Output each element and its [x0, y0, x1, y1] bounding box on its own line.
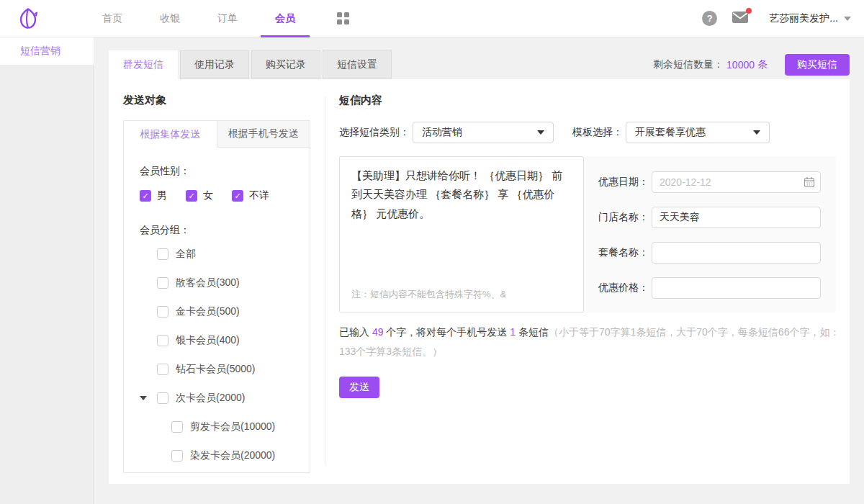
checkbox-icon[interactable] [157, 364, 168, 375]
gender-options: 男 女 不详 [140, 189, 310, 202]
tab-purchase-records[interactable]: 购买记录 [251, 50, 320, 79]
gender-label: 会员性别： [140, 165, 310, 178]
checkbox-icon[interactable] [171, 421, 183, 433]
messages-icon[interactable] [732, 11, 749, 27]
field-label: 优惠日期： [584, 176, 649, 189]
message-count: 1 [510, 326, 516, 338]
char-counter: 已输入 49 个字，将对每个手机号发送 1 条短信（小于等于70字算1条短信，大… [339, 323, 843, 361]
sms-content-title: 短信内容 [339, 94, 836, 107]
tree-item-label: 金卡会员(500) [176, 305, 240, 318]
checkbox-checked-icon[interactable] [140, 190, 151, 202]
nav-item-members[interactable]: 会员 [256, 0, 314, 37]
counter-prefix: 已输入 [339, 326, 372, 338]
send-target-title: 发送对象 [123, 94, 310, 107]
send-button[interactable]: 发送 [339, 377, 379, 398]
remaining-label: 剩余短信数量： [653, 58, 724, 71]
sidebar-item-sms-marketing[interactable]: 短信营销 [0, 37, 94, 65]
field-label: 门店名称： [584, 211, 649, 224]
category-label: 选择短信类别： [339, 126, 410, 139]
sms-message-box[interactable]: 【美助理】只想讲给你听！ ｛优惠日期｝ 前到天天美容办理 ｛套餐名称｝ 享 ｛优… [339, 156, 584, 312]
char-count: 49 [372, 326, 384, 338]
expand-caret-icon[interactable] [140, 396, 147, 400]
main-nav: 首页 收银 订单 会员 [84, 0, 314, 37]
apps-grid-icon[interactable] [337, 12, 349, 24]
tree-item-label: 染发卡会员(20000) [190, 449, 275, 462]
sidebar: 短信营销 [0, 37, 94, 504]
template-select[interactable]: 开展套餐享优惠 [626, 122, 770, 143]
tree-item-haircut-card[interactable]: 剪发卡会员(10000) [140, 413, 310, 441]
gender-option-label: 女 [203, 189, 213, 202]
nav-item-orders[interactable]: 订单 [199, 0, 256, 37]
sms-selectors: 选择短信类别： 活动营销 模板选择： 开展套餐享优惠 [339, 122, 836, 143]
template-fields-panel: 优惠日期： [584, 156, 836, 312]
category-select[interactable]: 活动营销 [413, 122, 554, 143]
member-group-tree: 全部 散客会员(300) 金卡会员(500) [140, 240, 310, 470]
checkbox-checked-icon[interactable] [232, 190, 243, 202]
tree-item-all[interactable]: 全部 [140, 240, 310, 269]
gender-option-label: 男 [157, 189, 167, 202]
template-label: 模板选择： [572, 126, 623, 139]
nav-item-home[interactable]: 首页 [84, 0, 141, 37]
account-name[interactable]: 艺莎丽美发护... [769, 12, 838, 25]
tree-item-times-card[interactable]: 次卡会员(2000) [140, 384, 310, 413]
store-name-input[interactable] [652, 207, 821, 228]
field-row-price: 优惠价格： [584, 277, 836, 299]
tab-send-by-group[interactable]: 根据集体发送 [124, 121, 217, 148]
send-target-form: 会员性别： 男 女 不详 [124, 165, 310, 470]
checkbox-checked-icon[interactable] [186, 190, 197, 202]
tabs-toolbar: 群发短信 使用记录 购买记录 短信设置 剩余短信数量： 10000 条 购买短信 [109, 50, 850, 79]
tree-item-dye-card[interactable]: 染发卡会员(20000) [140, 441, 310, 470]
help-icon[interactable] [702, 11, 717, 26]
discount-date-input[interactable] [652, 171, 821, 193]
checkbox-icon[interactable] [157, 392, 168, 404]
sms-note: 注：短信内容不能包含特殊字符%、& [351, 287, 506, 303]
calendar-icon[interactable] [804, 176, 815, 191]
sms-message-text[interactable]: 【美助理】只想讲给你听！ ｛优惠日期｝ 前到天天美容办理 ｛套餐名称｝ 享 ｛优… [351, 166, 572, 223]
tree-item-walkin[interactable]: 散客会员(300) [140, 269, 310, 297]
tree-item-label: 钻石卡会员(5000) [176, 363, 255, 376]
field-row-package: 套餐名称： [584, 242, 836, 264]
field-label: 套餐名称： [584, 246, 649, 259]
checkbox-icon[interactable] [157, 277, 168, 289]
sms-editor-row: 【美助理】只想讲给你听！ ｛优惠日期｝ 前到天天美容办理 ｛套餐名称｝ 享 ｛优… [339, 156, 836, 312]
remaining-unit: 条 [757, 58, 768, 71]
tree-item-diamond[interactable]: 钻石卡会员(5000) [140, 355, 310, 384]
group-label: 会员分组： [140, 224, 310, 237]
counter-suffix: 条短信 [516, 326, 549, 338]
tab-mass-sms[interactable]: 群发短信 [109, 50, 178, 79]
tree-item-gold[interactable]: 金卡会员(500) [140, 297, 310, 326]
checkbox-icon[interactable] [157, 248, 168, 260]
mass-sms-panel: 发送对象 根据集体发送 根据手机号发送 会员性别： 男 [109, 79, 850, 484]
send-target-section: 发送对象 根据集体发送 根据手机号发送 会员性别： 男 [123, 94, 310, 473]
account-dropdown-caret-icon[interactable] [844, 17, 851, 21]
category-value: 活动营销 [422, 126, 462, 139]
tree-item-label: 散客会员(300) [176, 276, 240, 289]
navbar-right: 艺莎丽美发护... [702, 11, 851, 27]
gender-option-female[interactable]: 女 [186, 189, 213, 202]
tree-item-label: 全部 [176, 248, 196, 261]
checkbox-icon[interactable] [171, 450, 183, 462]
nav-item-cashier[interactable]: 收银 [141, 0, 199, 37]
tab-sms-settings[interactable]: 短信设置 [323, 50, 392, 79]
gender-option-label: 不详 [249, 189, 269, 202]
discount-price-input[interactable] [652, 277, 821, 299]
buy-sms-button[interactable]: 购买短信 [785, 54, 850, 76]
checkbox-icon[interactable] [157, 335, 168, 346]
remaining-sms-info: 剩余短信数量： 10000 条 [653, 58, 768, 71]
package-name-input[interactable] [652, 242, 821, 264]
main-content: 群发短信 使用记录 购买记录 短信设置 剩余短信数量： 10000 条 购买短信… [94, 37, 864, 504]
tab-usage-records[interactable]: 使用记录 [180, 50, 249, 79]
tree-item-label: 次卡会员(2000) [176, 392, 245, 405]
send-target-box: 根据集体发送 根据手机号发送 会员性别： 男 女 [123, 120, 310, 473]
tab-send-by-phone[interactable]: 根据手机号发送 [217, 121, 310, 148]
select-caret-icon [537, 130, 544, 135]
counter-mid: 个字，将对每个手机号发送 [383, 326, 510, 338]
gender-option-unknown[interactable]: 不详 [232, 189, 269, 202]
field-row-store: 门店名称： [584, 207, 836, 228]
gender-option-male[interactable]: 男 [140, 189, 167, 202]
send-target-tabs: 根据集体发送 根据手机号发送 [124, 121, 310, 148]
tree-item-silver[interactable]: 银卡会员(400) [140, 326, 310, 355]
checkbox-icon[interactable] [157, 306, 168, 318]
app-logo-icon[interactable] [14, 5, 42, 32]
notification-dot [746, 8, 752, 14]
